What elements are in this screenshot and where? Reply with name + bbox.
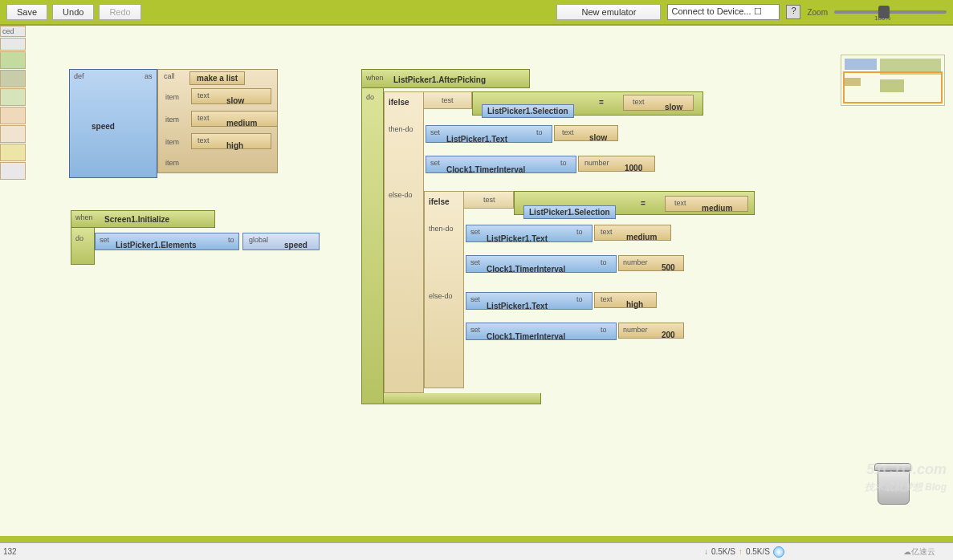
zoom-label: Zoom [807, 8, 828, 17]
clock-target: Clock1.TimerInterval [487, 332, 565, 341]
text-slow: slow [226, 96, 244, 105]
kw-item: item [165, 159, 179, 167]
redo-button[interactable]: Redo [99, 4, 141, 20]
kw-then-do: then-do [429, 225, 454, 233]
kw-number: number [584, 159, 609, 167]
kw-when: when [75, 213, 93, 221]
kw-set: set [100, 236, 109, 244]
status-num: 132 [0, 547, 17, 556]
help-button[interactable]: ? [786, 5, 800, 19]
eq: = [599, 98, 604, 107]
kw-else-do: else-do [429, 292, 453, 300]
num-1000: 1000 [625, 164, 642, 172]
palette-tab[interactable] [0, 107, 26, 124]
trash-icon[interactable] [874, 463, 913, 508]
kw-set: set [430, 128, 440, 136]
connect-device-dropdown[interactable]: Connect to Device... ☐ [667, 4, 780, 20]
kw-global: global [249, 236, 268, 244]
clock-target: Clock1.TimerInterval [487, 265, 565, 274]
kw-call: call [164, 72, 175, 80]
kw-set: set [470, 326, 480, 334]
palette-tab[interactable] [0, 51, 26, 69]
kw-to: to [576, 228, 583, 236]
selection[interactable]: ListPicker1.Selection [523, 205, 616, 219]
kw-ifelse: ifelse [389, 98, 409, 107]
kw-to: to [601, 258, 607, 266]
palette-tab[interactable]: ced [0, 26, 26, 37]
kw-text: text [198, 114, 210, 122]
palette-tab[interactable] [0, 70, 26, 87]
kw-to: to [228, 236, 234, 244]
kw-to: to [536, 128, 543, 136]
kw-set: set [470, 295, 480, 303]
kw-else-do: else-do [389, 191, 413, 199]
num-200: 200 [662, 331, 675, 339]
zoom-percent: 100% [874, 14, 890, 22]
clock-target: Clock1.TimerInterval [446, 165, 525, 174]
blocks-canvas[interactable]: ced def as speed call make a list item t… [0, 24, 953, 536]
undo-button[interactable]: Undo [52, 4, 94, 20]
kw-when: when [366, 74, 384, 82]
kw-set: set [470, 258, 480, 266]
kw-to: to [601, 326, 607, 334]
kw-text: text [198, 136, 210, 144]
set-target: ListPicker1.Elements [116, 241, 197, 250]
make-a-list[interactable]: make a list [189, 71, 245, 85]
upload-icon: ↑ [739, 547, 743, 556]
kw-set: set [430, 159, 440, 167]
kw-text: text [562, 128, 574, 136]
download-icon: ↓ [704, 547, 708, 556]
kw-text: text [674, 199, 686, 207]
selection[interactable]: ListPicker1.Selection [482, 104, 574, 118]
event-title: Screen1.Initialize [104, 215, 169, 224]
palette: ced [0, 26, 26, 536]
toolbar: Save Undo Redo New emulator Connect to D… [0, 0, 953, 24]
kw-do: do [366, 93, 374, 101]
def-block[interactable]: def as speed call make a list item text … [69, 69, 278, 181]
kw-text: text [601, 295, 613, 303]
status-bar: 132 ↓ 0.5K/S ↑ 0.5K/S ☁ 亿速云 [0, 542, 953, 560]
num-500: 500 [662, 263, 675, 272]
global-var: speed [284, 241, 307, 250]
download-speed: 0.5K/S [711, 547, 735, 556]
zoom-slider[interactable]: 100% [834, 10, 947, 14]
text-medium: medium [702, 204, 732, 213]
cloud-logo: ☁ 亿速云 [903, 544, 948, 560]
save-button[interactable]: Save [6, 4, 47, 20]
kw-def: def [74, 72, 84, 80]
lp-text: ListPicker1.Text [446, 135, 507, 144]
upload-speed: 0.5K/S [746, 547, 770, 556]
kw-ifelse: ifelse [429, 197, 450, 206]
text-medium: medium [226, 119, 257, 128]
kw-item: item [165, 138, 179, 146]
kw-text: text [633, 98, 645, 106]
text-slow: slow [665, 103, 682, 112]
palette-tab[interactable] [0, 125, 26, 143]
lp-text: ListPicker1.Text [487, 302, 548, 310]
lp-text: ListPicker1.Text [487, 234, 548, 243]
kw-number: number [623, 258, 648, 266]
new-emulator-button[interactable]: New emulator [556, 4, 661, 20]
text-high: high [626, 300, 643, 309]
kw-set: set [470, 228, 480, 236]
kw-item: item [165, 93, 179, 101]
eq: = [641, 199, 646, 208]
minimap[interactable] [841, 55, 945, 106]
kw-item: item [165, 116, 179, 124]
when-afterpicking-block[interactable]: when ListPicker1.AfterPicking do ifelse … [361, 69, 763, 406]
minimap-viewport[interactable] [843, 71, 943, 103]
when-initialize-block[interactable]: when Screen1.Initialize do set ListPicke… [71, 210, 328, 266]
kw-text: text [198, 91, 210, 99]
palette-tab[interactable] [0, 144, 26, 161]
kw-test: test [483, 196, 495, 204]
palette-tab[interactable] [0, 88, 26, 106]
palette-tab[interactable] [0, 162, 26, 180]
ie-icon [773, 546, 784, 558]
kw-number: number [623, 326, 648, 334]
event-title: ListPicker1.AfterPicking [393, 75, 486, 84]
text-slow: slow [589, 133, 607, 142]
palette-tab[interactable] [0, 38, 26, 51]
kw-text: text [601, 228, 613, 236]
kw-test: test [442, 96, 454, 104]
kw-to: to [576, 295, 583, 303]
